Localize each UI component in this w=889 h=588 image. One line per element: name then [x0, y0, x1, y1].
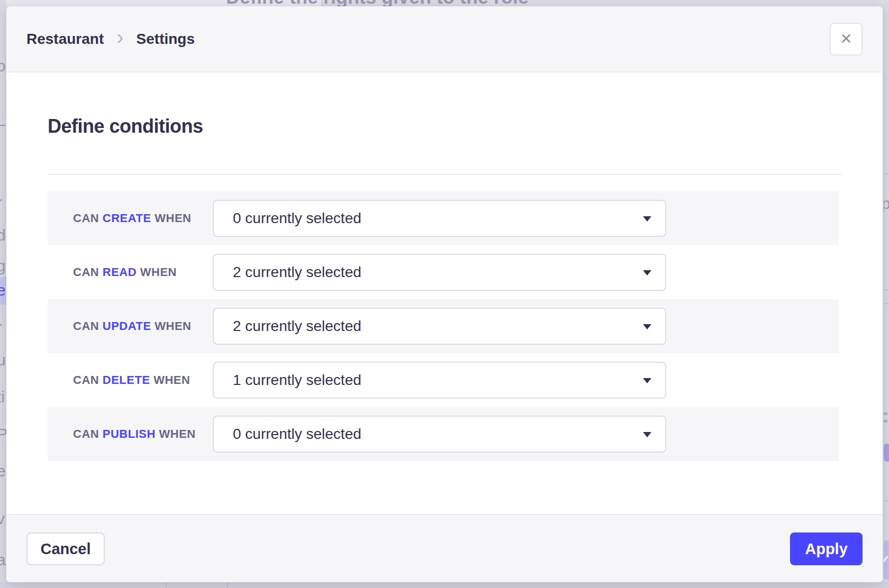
label-action: DELETE: [103, 373, 150, 387]
settings-modal: Restaurant › Settings ✕ Define condition…: [6, 6, 883, 582]
close-button[interactable]: ✕: [830, 23, 863, 56]
background-divider: [884, 173, 889, 174]
background-glyph: –: [0, 115, 6, 133]
label-prefix: CAN: [73, 373, 99, 387]
label-suffix: WHEN: [155, 212, 191, 225]
select-value: 0 currently selected: [214, 210, 361, 227]
can-delete-when-select[interactable]: 1 currently selected: [213, 362, 666, 399]
row-can-create: CAN CREATE WHEN 0 currently selected: [48, 191, 839, 245]
row-label: CAN READ WHEN: [48, 265, 213, 279]
chevron-right-icon: ›: [116, 30, 123, 49]
background-button-fragment: [884, 444, 889, 462]
background-glyph: ti: [0, 388, 5, 406]
chevron-down-icon: [643, 216, 651, 222]
can-create-when-select[interactable]: 0 currently selected: [213, 200, 666, 237]
modal-header: Restaurant › Settings ✕: [6, 6, 883, 72]
breadcrumb: Restaurant › Settings: [26, 6, 195, 71]
background-glyph: d: [0, 226, 6, 244]
row-label: CAN CREATE WHEN: [48, 212, 213, 225]
row-label: CAN PUBLISH WHEN: [48, 427, 213, 441]
label-action: PUBLISH: [103, 427, 156, 440]
label-action: UPDATE: [103, 319, 151, 333]
label-prefix: CAN: [73, 212, 99, 225]
chevron-down-icon: [643, 270, 651, 275]
background-glyph: e: [0, 281, 6, 299]
background-column-line: [166, 582, 167, 588]
label-suffix: WHEN: [155, 319, 191, 333]
select-value: 0 currently selected: [214, 426, 361, 443]
background-page-top: Define the rights given to the role: [0, 0, 889, 6]
background-page-bottom: [0, 582, 889, 588]
breadcrumb-current: Settings: [137, 31, 195, 48]
chevron-down-icon: [643, 324, 651, 329]
background-page-heading: Define the rights given to the role: [226, 0, 529, 6]
background-glyph: p: [884, 195, 889, 213]
background-glyph: e: [0, 462, 6, 480]
modal-footer: Cancel Apply: [6, 514, 883, 582]
select-value: 2 currently selected: [214, 264, 361, 281]
background-page-right: p ✓: [884, 0, 889, 588]
label-suffix: WHEN: [153, 373, 190, 387]
background-divider: [884, 289, 889, 290]
background-glyph: ai: [0, 551, 6, 569]
background-page-left: ol – r d g e r u ti P e v ai: [0, 0, 6, 588]
background-text-fragment: [884, 420, 887, 422]
background-glyph: g: [0, 257, 6, 275]
row-can-publish: CAN PUBLISH WHEN 0 currently selected: [48, 407, 839, 461]
title-divider: [48, 174, 841, 175]
breadcrumb-root: Restaurant: [26, 31, 104, 48]
background-column-line: [227, 582, 228, 588]
background-glyph: r: [0, 194, 2, 212]
row-label: CAN UPDATE WHEN: [48, 319, 213, 333]
close-icon: ✕: [840, 32, 852, 47]
label-action: READ: [103, 265, 137, 279]
background-save-button-fragment: ✓: [884, 540, 889, 580]
label-prefix: CAN: [73, 319, 99, 333]
select-value: 2 currently selected: [214, 318, 361, 335]
background-glyph: r: [0, 318, 2, 336]
background-glyph: P: [0, 425, 6, 443]
can-read-when-select[interactable]: 2 currently selected: [213, 254, 666, 291]
background-text-fragment: [884, 412, 887, 415]
page-title: Define conditions: [48, 115, 203, 137]
label-suffix: WHEN: [159, 427, 195, 440]
apply-button[interactable]: Apply: [790, 532, 863, 565]
conditions-table: CAN CREATE WHEN 0 currently selected CAN…: [48, 191, 839, 461]
row-can-update: CAN UPDATE WHEN 2 currently selected: [48, 299, 839, 353]
background-glyph: u: [0, 351, 6, 369]
select-value: 1 currently selected: [214, 372, 361, 389]
chevron-down-icon: [643, 378, 651, 383]
background-glyph: v: [0, 510, 5, 528]
label-prefix: CAN: [73, 427, 99, 440]
row-can-delete: CAN DELETE WHEN 1 currently selected: [48, 353, 839, 407]
cancel-button[interactable]: Cancel: [26, 532, 105, 565]
chevron-down-icon: [643, 432, 651, 437]
background-glyph: ol: [0, 57, 6, 75]
label-action: CREATE: [103, 212, 151, 225]
label-suffix: WHEN: [140, 265, 177, 279]
row-can-read: CAN READ WHEN 2 currently selected: [48, 245, 839, 299]
label-prefix: CAN: [73, 265, 99, 279]
row-label: CAN DELETE WHEN: [48, 373, 213, 387]
background-divider: [884, 500, 889, 501]
can-publish-when-select[interactable]: 0 currently selected: [213, 416, 666, 453]
can-update-when-select[interactable]: 2 currently selected: [213, 308, 666, 345]
background-divider: [884, 303, 889, 304]
